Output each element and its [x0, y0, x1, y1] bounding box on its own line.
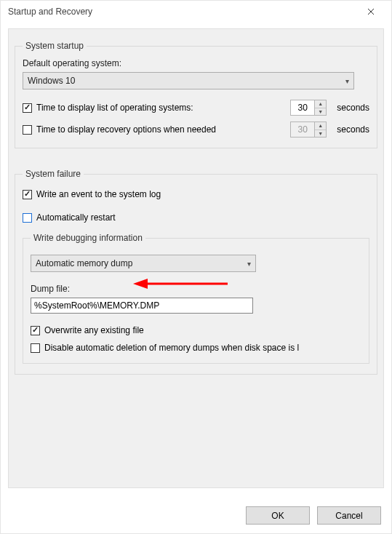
disable-delete-label: Disable automatic deletion of memory dum…	[44, 343, 299, 353]
client-area: System startup Default operating system:…	[8, 28, 384, 488]
spinner-buttons-2: ▲▼	[315, 121, 327, 138]
auto-restart-label: Automatically restart	[36, 212, 116, 223]
write-event-row: ✓ Write an event to the system log	[23, 189, 369, 199]
time-recovery-checkbox[interactable]	[23, 125, 32, 135]
write-debug-legend: Write debugging information	[31, 233, 145, 243]
dump-file-input[interactable]	[31, 298, 253, 314]
cancel-button[interactable]: Cancel	[317, 506, 381, 525]
time-list-row: ✓ Time to display list of operating syst…	[23, 100, 369, 116]
system-startup-group: System startup Default operating system:…	[15, 41, 377, 148]
default-os-value: Windows 10	[28, 76, 341, 86]
close-button[interactable]	[356, 1, 385, 22]
time-list-label: Time to display list of operating system…	[36, 103, 277, 113]
window-title: Startup and Recovery	[8, 7, 356, 17]
time-recovery-value	[290, 121, 315, 138]
startup-recovery-dialog: Startup and Recovery ©Howtoconnect Syste…	[0, 0, 392, 534]
spin-up-icon: ▲	[315, 122, 326, 130]
time-list-spinner[interactable]: ▲▼	[290, 100, 327, 116]
spin-down-icon: ▼	[315, 130, 326, 138]
ok-button[interactable]: OK	[246, 506, 310, 525]
auto-restart-row: Automatically restart	[23, 212, 369, 223]
overwrite-row: ✓ Overwrite any existing file	[31, 325, 361, 335]
time-list-value[interactable]	[290, 100, 315, 116]
seconds-label-1: seconds	[337, 103, 369, 113]
time-list-checkbox[interactable]: ✓	[23, 103, 32, 113]
disable-delete-row: Disable automatic deletion of memory dum…	[31, 343, 361, 353]
write-event-checkbox[interactable]: ✓	[23, 190, 32, 199]
system-failure-group: System failure ✓ Write an event to the s…	[15, 169, 377, 375]
chevron-down-icon: ▾	[247, 260, 251, 268]
default-os-label: Default operating system:	[23, 58, 369, 68]
time-recovery-row: Time to display recovery options when ne…	[23, 121, 369, 138]
spin-down-icon[interactable]: ▼	[315, 108, 326, 116]
dump-file-label: Dump file:	[31, 284, 361, 294]
overwrite-checkbox[interactable]: ✓	[31, 326, 40, 335]
spin-up-icon[interactable]: ▲	[315, 100, 326, 108]
dump-type-dropdown[interactable]: Automatic memory dump ▾	[31, 255, 256, 272]
default-os-dropdown[interactable]: Windows 10 ▾	[23, 72, 354, 89]
seconds-label-2: seconds	[337, 124, 369, 135]
time-recovery-spinner[interactable]: ▲▼	[290, 121, 327, 138]
overwrite-label: Overwrite any existing file	[44, 325, 144, 335]
time-recovery-label: Time to display recovery options when ne…	[36, 124, 277, 135]
write-event-label: Write an event to the system log	[36, 189, 161, 199]
dialog-buttons: OK Cancel	[246, 506, 381, 525]
auto-restart-checkbox[interactable]	[23, 213, 32, 223]
system-failure-legend: System failure	[23, 169, 84, 179]
spinner-buttons[interactable]: ▲▼	[315, 100, 327, 116]
chevron-down-icon: ▾	[345, 77, 349, 85]
write-debug-group: Write debugging information Automatic me…	[23, 233, 369, 364]
system-startup-legend: System startup	[23, 41, 87, 51]
disable-delete-checkbox[interactable]	[31, 343, 40, 353]
close-icon	[367, 8, 375, 15]
dump-type-value: Automatic memory dump	[36, 258, 243, 268]
titlebar: Startup and Recovery	[1, 1, 391, 23]
